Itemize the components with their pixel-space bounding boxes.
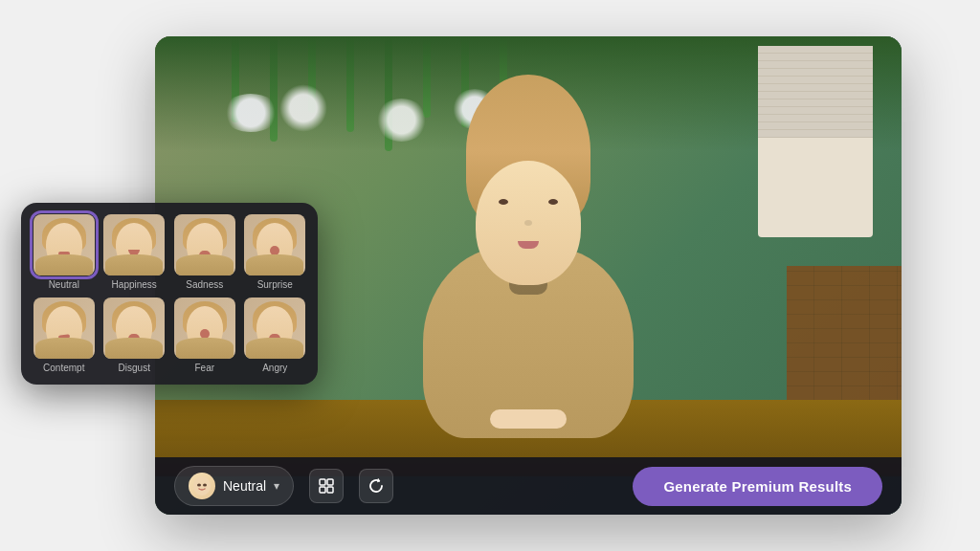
emotion-thumb-angry[interactable] xyxy=(244,298,305,359)
avatar-face-icon xyxy=(192,476,212,496)
emotion-thumb-surprise[interactable] xyxy=(244,214,305,276)
svg-point-2 xyxy=(203,484,207,487)
flower-cluster-2 xyxy=(279,84,327,132)
blind-slat-6 xyxy=(758,84,873,92)
flower-cluster-1 xyxy=(222,94,279,132)
thumb-shoulder-fear xyxy=(176,338,234,359)
emotion-item-disgust[interactable]: Disgust xyxy=(103,298,167,373)
thumb-shoulder-surprise xyxy=(246,254,303,276)
blind-slat-5 xyxy=(758,77,873,84)
blind-slat-7 xyxy=(758,92,873,99)
refresh-icon-button[interactable] xyxy=(359,469,393,503)
emotion-label-sadness: Sadness xyxy=(186,279,223,290)
blind-slat-10 xyxy=(758,115,873,122)
vine-4 xyxy=(346,36,354,132)
svg-rect-3 xyxy=(320,479,325,485)
generate-premium-button[interactable]: Generate Premium Results xyxy=(633,467,882,506)
emotion-label-neutral: Neutral xyxy=(49,279,79,290)
hands-clasped xyxy=(490,409,567,429)
thumb-shoulder-neutral xyxy=(35,254,93,276)
emotion-item-contempt[interactable]: Contempt xyxy=(33,298,96,373)
emotion-grid: Neutral Happiness xyxy=(33,214,306,373)
svg-point-1 xyxy=(197,484,201,487)
emotion-label-contempt: Contempt xyxy=(43,363,84,373)
person-area xyxy=(375,151,681,438)
thumb-shoulder-contempt xyxy=(35,338,93,359)
blind-slat-2 xyxy=(758,54,873,61)
blind-slat-9 xyxy=(758,107,873,115)
bottom-bar: Neutral ▾ Generat xyxy=(155,457,902,515)
emotion-thumb-disgust[interactable] xyxy=(103,298,165,359)
blind-slat-4 xyxy=(758,69,873,77)
blind-slat-3 xyxy=(758,61,873,69)
svg-rect-4 xyxy=(327,479,333,485)
blind-slat-12 xyxy=(758,130,873,138)
emotion-selector-avatar xyxy=(189,473,215,499)
emotion-label-angry: Angry xyxy=(262,363,287,373)
flower-cluster-3 xyxy=(375,99,428,142)
chevron-down-icon: ▾ xyxy=(274,479,279,493)
refresh-icon xyxy=(368,477,385,495)
person-head xyxy=(476,161,581,285)
emotion-grid-card: Neutral Happiness xyxy=(21,203,318,385)
svg-point-0 xyxy=(193,476,211,496)
emotion-item-fear[interactable]: Fear xyxy=(173,298,236,373)
vine-6 xyxy=(423,36,431,118)
svg-rect-5 xyxy=(320,487,325,493)
right-eye xyxy=(548,199,558,205)
blind-slat-1 xyxy=(758,46,873,54)
emotion-label-fear: Fear xyxy=(194,363,214,373)
mouth xyxy=(518,241,539,249)
emotion-item-sadness[interactable]: Sadness xyxy=(173,214,236,290)
nose xyxy=(524,220,532,226)
thumb-shoulder-disgust xyxy=(105,338,163,359)
svg-rect-6 xyxy=(327,487,333,493)
outer-wrapper: Neutral Happiness xyxy=(21,17,959,534)
emotion-item-surprise[interactable]: Surprise xyxy=(244,214,307,290)
thumb-shoulder-happiness xyxy=(105,254,163,276)
emotion-label-disgust: Disgust xyxy=(119,363,150,373)
left-eye xyxy=(499,199,508,205)
emotion-thumb-neutral[interactable] xyxy=(33,214,95,276)
emotion-thumb-sadness[interactable] xyxy=(174,214,235,276)
window-blind xyxy=(758,46,873,237)
blind-slat-8 xyxy=(758,99,873,107)
blind-slat-11 xyxy=(758,122,873,130)
selected-emotion-label: Neutral xyxy=(223,478,266,494)
layers-icon-button[interactable] xyxy=(309,469,344,503)
emotion-thumb-happiness[interactable] xyxy=(103,214,165,276)
emotion-item-happiness[interactable]: Happiness xyxy=(103,214,167,290)
emotion-thumb-fear[interactable] xyxy=(174,298,235,359)
emotion-thumb-contempt[interactable] xyxy=(33,298,95,359)
emotion-label-happiness: Happiness xyxy=(112,279,157,290)
emotion-label-surprise: Surprise xyxy=(257,279,293,290)
layers-icon xyxy=(318,477,335,495)
thumb-shoulder-angry xyxy=(246,338,303,359)
emotion-item-neutral[interactable]: Neutral xyxy=(33,214,96,290)
emotion-item-angry[interactable]: Angry xyxy=(244,298,307,373)
emotion-selector-dropdown[interactable]: Neutral ▾ xyxy=(174,466,294,506)
thumb-shoulder-sadness xyxy=(176,254,234,276)
